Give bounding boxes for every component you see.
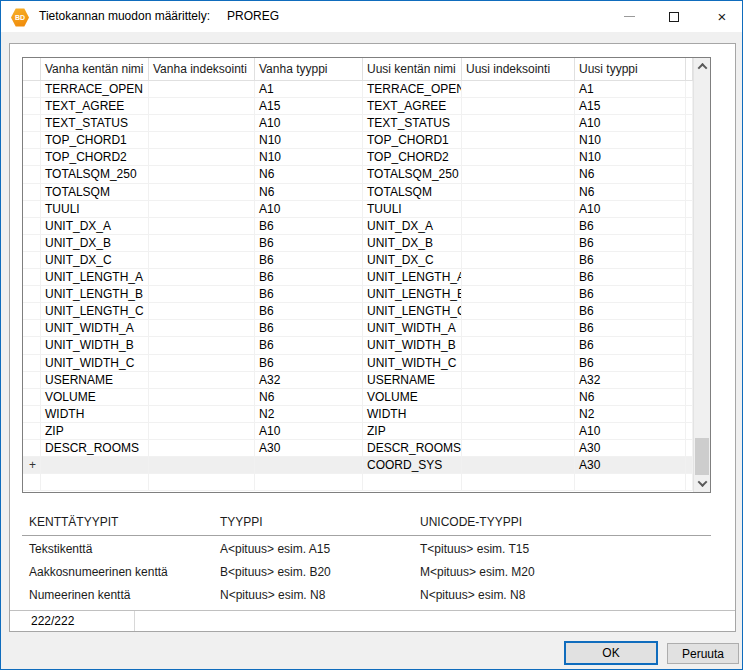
cell-new-type[interactable]: B6 — [575, 303, 686, 320]
row-marker[interactable] — [23, 423, 41, 440]
cell-new-type[interactable]: B6 — [575, 252, 686, 269]
cell-old-index[interactable] — [149, 372, 255, 389]
cell-new-name[interactable]: UNIT_WIDTH_B — [363, 337, 462, 354]
cell-new-name[interactable]: UNIT_LENGTH_A — [363, 269, 462, 286]
cell-new-index[interactable] — [462, 166, 575, 183]
row-marker[interactable] — [23, 132, 41, 149]
row-marker[interactable] — [23, 355, 41, 372]
cell-filler[interactable] — [686, 423, 693, 440]
row-marker[interactable] — [23, 166, 41, 183]
row-marker[interactable] — [23, 218, 41, 235]
cell-filler[interactable] — [686, 320, 693, 337]
cell-new-index[interactable] — [462, 372, 575, 389]
column-header-0[interactable]: Vanha kentän nimi — [41, 58, 149, 81]
cell-old-index[interactable] — [149, 115, 255, 132]
cell-new-name[interactable]: UNIT_DX_C — [363, 252, 462, 269]
table-row[interactable]: TOP_CHORD2N10TOP_CHORD2N10 — [23, 149, 693, 166]
row-marker[interactable] — [23, 286, 41, 303]
cell-old-type[interactable]: N6 — [255, 166, 363, 183]
cell-filler[interactable] — [686, 201, 693, 218]
cell-filler[interactable] — [686, 286, 693, 303]
cell-old-name[interactable]: TUULI — [41, 201, 149, 218]
row-marker[interactable] — [23, 201, 41, 218]
cell-new-name[interactable]: TOTALSQM — [363, 184, 462, 201]
table-row[interactable]: UNIT_LENGTH_AB6UNIT_LENGTH_AB6 — [23, 269, 693, 286]
cell-old-name[interactable]: DESCR_ROOMS — [41, 440, 149, 457]
column-header-5[interactable]: Uusi tyyppi — [575, 58, 686, 81]
cell-old-name[interactable]: UNIT_WIDTH_B — [41, 337, 149, 354]
cell-new-type[interactable]: A15 — [575, 98, 686, 115]
cell-new-name[interactable]: UNIT_LENGTH_B — [363, 286, 462, 303]
cell-new-type[interactable]: A1 — [575, 81, 686, 98]
cell-new-type[interactable]: B6 — [575, 286, 686, 303]
table-row[interactable] — [23, 474, 693, 491]
cell-filler[interactable] — [686, 406, 693, 423]
cell-old-name[interactable]: UNIT_LENGTH_B — [41, 286, 149, 303]
cell-old-type[interactable]: A10 — [255, 201, 363, 218]
cell-new-type[interactable]: N10 — [575, 132, 686, 149]
cell-new-type[interactable]: N2 — [575, 406, 686, 423]
cell-old-type[interactable]: B6 — [255, 269, 363, 286]
cell-new-type[interactable]: N6 — [575, 166, 686, 183]
vertical-scrollbar[interactable] — [693, 58, 710, 492]
cell-old-type[interactable]: N10 — [255, 132, 363, 149]
scrollbar-thumb[interactable] — [695, 438, 709, 475]
cell-old-name[interactable]: UNIT_DX_A — [41, 218, 149, 235]
cell-new-index[interactable] — [462, 132, 575, 149]
cell-old-name[interactable]: USERNAME — [41, 372, 149, 389]
cell-new-index[interactable] — [462, 337, 575, 354]
cell-old-name[interactable]: VOLUME — [41, 389, 149, 406]
cell-new-index[interactable] — [462, 149, 575, 166]
cell-old-index[interactable] — [149, 98, 255, 115]
cell-old-type[interactable]: B6 — [255, 355, 363, 372]
cell-old-type[interactable]: N2 — [255, 406, 363, 423]
cell-old-type[interactable]: N10 — [255, 149, 363, 166]
cell-new-index[interactable] — [462, 303, 575, 320]
column-header-4[interactable]: Uusi indeksointi — [462, 58, 575, 81]
table-row[interactable]: TUULIA10TUULIA10 — [23, 201, 693, 218]
cell-old-index[interactable] — [149, 81, 255, 98]
table-row[interactable]: WIDTHN2WIDTHN2 — [23, 406, 693, 423]
cell-new-index[interactable] — [462, 184, 575, 201]
cell-old-index[interactable] — [149, 355, 255, 372]
cell-new-index[interactable] — [462, 98, 575, 115]
cell-old-type[interactable]: N6 — [255, 184, 363, 201]
cell-new-index[interactable] — [462, 115, 575, 132]
cell-filler[interactable] — [686, 337, 693, 354]
cell-filler[interactable] — [686, 98, 693, 115]
cell-old-index[interactable] — [149, 132, 255, 149]
cell-new-index[interactable] — [462, 269, 575, 286]
cell-new-name[interactable] — [363, 474, 462, 491]
cell-old-name[interactable]: UNIT_LENGTH_C — [41, 303, 149, 320]
cell-old-name[interactable]: TOTALSQM_250 — [41, 166, 149, 183]
row-marker[interactable] — [23, 149, 41, 166]
cell-old-index[interactable] — [149, 423, 255, 440]
cell-old-name[interactable]: TEXT_STATUS — [41, 115, 149, 132]
cell-new-type[interactable]: N10 — [575, 149, 686, 166]
row-marker[interactable] — [23, 269, 41, 286]
cell-old-index[interactable] — [149, 184, 255, 201]
cell-new-index[interactable] — [462, 286, 575, 303]
cell-new-name[interactable]: ZIP — [363, 423, 462, 440]
table-row[interactable]: ZIPA10ZIPA10 — [23, 423, 693, 440]
cell-new-type[interactable]: A30 — [575, 440, 686, 457]
table-row[interactable]: DESCR_ROOMSA30DESCR_ROOMSA30 — [23, 440, 693, 457]
cell-filler[interactable] — [686, 81, 693, 98]
cell-new-name[interactable]: TOP_CHORD1 — [363, 132, 462, 149]
table-row[interactable]: UNIT_DX_BB6UNIT_DX_BB6 — [23, 235, 693, 252]
table-row[interactable]: +COORD_SYSA30 — [23, 457, 693, 474]
cell-old-type[interactable]: B6 — [255, 286, 363, 303]
row-marker[interactable] — [23, 252, 41, 269]
cell-new-name[interactable]: TOP_CHORD2 — [363, 149, 462, 166]
cell-new-name[interactable]: DESCR_ROOMS — [363, 440, 462, 457]
cell-old-index[interactable] — [149, 406, 255, 423]
row-marker[interactable] — [23, 474, 41, 491]
cell-new-index[interactable] — [462, 201, 575, 218]
table-row[interactable]: TEXT_AGREEA15TEXT_AGREEA15 — [23, 98, 693, 115]
cell-filler[interactable] — [686, 303, 693, 320]
cell-old-type[interactable]: A1 — [255, 81, 363, 98]
ok-button[interactable]: OK — [564, 641, 658, 665]
table-row[interactable]: USERNAMEA32USERNAMEA32 — [23, 372, 693, 389]
column-header-3[interactable]: Uusi kentän nimi — [363, 58, 462, 81]
maximize-button[interactable] — [658, 1, 690, 32]
